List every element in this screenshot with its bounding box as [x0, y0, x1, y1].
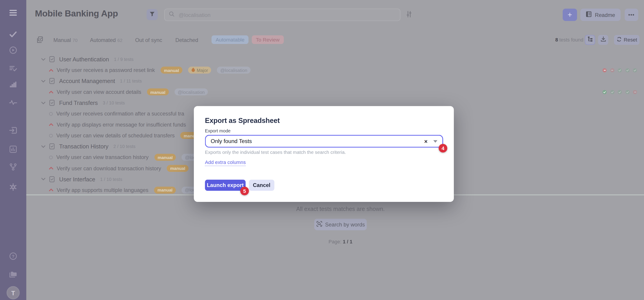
clear-selection-icon[interactable]: × — [424, 138, 428, 145]
user-avatar[interactable]: T — [6, 286, 20, 299]
test-name[interactable]: Verify user can view account details — [57, 89, 141, 95]
sidebar: ? T — [0, 0, 26, 300]
readme-label: Readme — [595, 12, 615, 18]
export-modal: Export as Spreadsheet Export mode Only f… — [194, 106, 454, 202]
chevron-down-icon[interactable] — [41, 101, 46, 105]
scan-search-icon — [316, 221, 322, 228]
export-mode-select[interactable]: Only found Tests × — [205, 135, 443, 148]
page-value: 1 / 1 — [343, 239, 352, 245]
branch-icon[interactable] — [10, 163, 17, 171]
filter-out-of-sync[interactable]: Out of sync — [135, 37, 162, 43]
search-settings-button[interactable] — [405, 11, 413, 19]
suite-name[interactable]: Account Management — [59, 78, 115, 84]
download-button[interactable] — [598, 35, 608, 45]
page-title: Mobile Banking App — [35, 9, 118, 19]
test-name[interactable]: Verify app supports multiple languages — [57, 187, 148, 193]
status-dot-passed-dim — [625, 90, 629, 94]
launch-export-button[interactable]: Launch export — [205, 180, 246, 191]
search-by-words-button[interactable]: Search by words — [314, 219, 366, 230]
sliders-icon — [406, 10, 412, 19]
export-mode-label: Export mode — [205, 128, 231, 133]
chevron-down-icon[interactable] — [41, 58, 46, 61]
runs-play-icon[interactable] — [9, 46, 17, 54]
svg-text:?: ? — [12, 254, 14, 259]
refresh-icon — [616, 37, 622, 43]
cancel-button[interactable]: Cancel — [249, 180, 274, 191]
settings-gear-icon[interactable] — [9, 183, 17, 191]
reset-label: Reset — [624, 37, 637, 43]
manual-badge: manual — [154, 187, 176, 193]
test-name[interactable]: Verify user receives confirmation after … — [56, 111, 184, 117]
import-icon[interactable] — [9, 127, 17, 134]
plans-list-check-icon[interactable] — [9, 65, 17, 72]
priority-caret-icon — [49, 123, 54, 126]
filter-detached[interactable]: Detached — [175, 37, 198, 43]
chevron-down-icon[interactable] — [41, 177, 46, 181]
filter-funnel-button[interactable] — [147, 9, 158, 20]
more-options-button[interactable]: ••• — [624, 9, 638, 21]
test-name[interactable]: Verify app displays error message for in… — [57, 122, 186, 128]
filter-pill-to-review[interactable]: To Review — [252, 36, 284, 44]
suite-doc-icon — [49, 78, 55, 84]
flame-icon — [191, 68, 195, 73]
help-icon[interactable]: ? — [9, 252, 17, 260]
test-row[interactable]: Verify user can view account details man… — [26, 87, 644, 97]
search-input[interactable] — [178, 11, 396, 18]
activity-pulse-icon[interactable] — [9, 100, 17, 105]
suite-count: 3 / 10 tests — [103, 100, 125, 105]
test-name[interactable]: Verify user receives a password reset li… — [57, 67, 155, 73]
normal-circle-icon — [49, 134, 53, 138]
analytics-chart-icon[interactable] — [10, 145, 17, 153]
suite-count: 1 / 10 tests — [100, 177, 122, 182]
results-message: All exact tests matches are shown. — [26, 205, 644, 212]
chevron-down-icon[interactable] — [41, 145, 46, 148]
priority-caret-icon — [49, 91, 54, 94]
test-name[interactable]: Verify user can download transaction his… — [57, 165, 161, 171]
severity-badge: Major — [188, 67, 211, 74]
priority-caret-icon — [49, 188, 54, 192]
suite-name[interactable]: User Interface — [59, 176, 95, 182]
tests-check-icon[interactable] — [10, 31, 17, 38]
search-by-words-label: Search by words — [325, 221, 365, 228]
readme-button[interactable]: Readme — [580, 9, 620, 21]
status-dot-failed-dim — [633, 90, 637, 94]
suite-row[interactable]: Account Management 1 / 11 tests — [26, 76, 644, 86]
tour-step-badge-4: 4 — [439, 144, 447, 152]
dropdown-caret-icon[interactable] — [433, 140, 437, 143]
select-all-icon[interactable] — [36, 36, 43, 45]
reset-button[interactable]: Reset — [614, 35, 640, 45]
results-footer: All exact tests matches are shown. Searc… — [26, 205, 644, 244]
suite-doc-icon — [49, 176, 55, 182]
modal-title: Export as Spreadsheet — [205, 117, 280, 125]
test-name[interactable]: Verify user can view details of schedule… — [56, 132, 175, 139]
add-button[interactable]: + — [563, 9, 577, 21]
tree-view-toggle-button[interactable] — [585, 35, 595, 45]
test-row[interactable]: Verify user receives a password reset li… — [26, 65, 644, 76]
test-name[interactable]: Verify user can view transaction history — [56, 154, 149, 160]
status-dot-passed-dim — [633, 68, 637, 72]
filter-automated[interactable]: Automated62 — [90, 37, 122, 43]
chevron-down-icon[interactable] — [41, 79, 46, 83]
app-window: ? T Mobile Banking App + Readme ••• Manu… — [0, 0, 644, 300]
suite-doc-icon — [49, 100, 55, 106]
suite-name[interactable]: Fund Transfers — [59, 100, 98, 106]
menu-icon[interactable] — [9, 10, 17, 16]
add-extra-columns-link[interactable]: Add extra columns — [205, 159, 246, 166]
suite-row[interactable]: User Authentication 1 / 9 tests — [26, 54, 644, 65]
suite-name[interactable]: Transaction History — [59, 143, 108, 150]
status-dot-failed — [603, 68, 607, 72]
steps-stairs-icon[interactable] — [10, 82, 17, 88]
status-dot-passed-dim — [618, 90, 622, 94]
filter-pill-automatable[interactable]: Automatable — [212, 36, 248, 44]
status-dot-passed-dim — [625, 68, 629, 72]
search-bar[interactable] — [164, 9, 400, 21]
manual-badge: manual — [161, 67, 182, 74]
select-value: Only found Tests — [211, 138, 424, 144]
suite-name[interactable]: User Authentication — [59, 56, 109, 63]
filter-manual[interactable]: Manual70 — [54, 37, 78, 43]
book-icon — [586, 11, 592, 19]
tag-badge: @localisation — [217, 67, 250, 74]
projects-folders-icon[interactable] — [9, 271, 17, 278]
suite-doc-icon — [49, 56, 55, 63]
tour-step-badge-5: 5 — [240, 187, 249, 195]
